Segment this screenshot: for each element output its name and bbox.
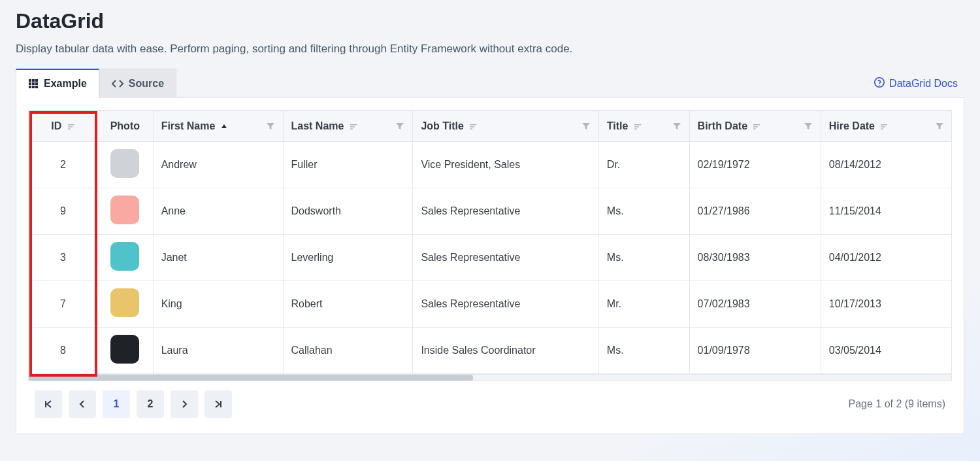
svg-rect-27 [881,126,885,128]
cell-lastname: Robert [283,281,413,328]
cell-jobtitle: Vice President, Sales [413,142,598,188]
avatar [110,288,139,317]
cell-jobtitle: Inside Sales Coordinator [413,328,598,374]
svg-rect-21 [634,126,639,128]
cell-title: Ms. [598,328,689,374]
tab-example[interactable]: Example [16,69,99,98]
tabs: Example Source [16,69,176,98]
docs-link[interactable]: DataGrid Docs [874,77,958,91]
pager-summary: Page 1 of 2 (9 items) [848,398,945,410]
cell-hiredate: 11/15/2014 [821,188,952,235]
cell-jobtitle: Sales Representative [413,281,598,328]
avatar [110,335,139,364]
table-row[interactable]: 8LauraCallahanInside Sales CoordinatorMs… [29,328,953,374]
svg-rect-25 [753,128,756,129]
svg-rect-5 [35,82,38,85]
cell-lastname: Fuller [283,142,413,188]
sort-icon [880,123,888,131]
cell-id: 2 [29,142,97,188]
pager-page-2[interactable]: 2 [137,390,164,418]
col-header-birthdate[interactable]: Birth Date [689,111,821,142]
col-header-firstname[interactable]: First Name [153,111,283,142]
cell-firstname: Laura [153,328,283,374]
pager-first[interactable] [35,390,62,418]
cell-birthdate: 07/02/1983 [689,281,821,328]
sort-icon [753,123,760,131]
svg-rect-17 [470,124,476,126]
sort-icon [634,123,642,131]
svg-rect-1 [32,79,35,82]
svg-rect-2 [35,79,38,82]
cell-photo [97,328,154,374]
cell-id: 9 [29,188,97,235]
col-header-title[interactable]: Title [598,111,689,142]
col-header-photo[interactable]: Photo [97,111,154,142]
pager-last[interactable] [204,390,232,418]
sort-icon [469,123,477,131]
cell-hiredate: 04/01/2012 [821,235,952,281]
cell-title: Dr. [598,142,689,188]
pager-prev[interactable] [69,390,96,418]
svg-rect-0 [29,79,31,82]
svg-rect-28 [881,128,883,129]
svg-rect-13 [68,128,71,129]
cell-title: Mr. [598,281,689,328]
table-row[interactable]: 7KingRobertSales RepresentativeMr.07/02/… [29,281,953,328]
docs-link-label: DataGrid Docs [889,78,958,90]
filter-icon[interactable] [935,122,944,131]
filter-icon[interactable] [266,122,275,131]
svg-rect-6 [29,86,31,88]
table-row[interactable]: 2AndrewFullerVice President, SalesDr.02/… [29,142,953,188]
cell-hiredate: 08/14/2012 [821,142,952,188]
tab-source[interactable]: Source [99,69,176,98]
cell-photo [97,235,154,281]
cell-hiredate: 03/05/2014 [821,328,952,374]
sort-icon [350,123,357,131]
cell-jobtitle: Sales Representative [413,188,598,235]
avatar [110,149,139,178]
horizontal-scrollbar[interactable] [29,374,951,381]
table-row[interactable]: 3JanetLeverlingSales RepresentativeMs.08… [29,235,953,281]
sort-icon [67,123,75,131]
filter-icon[interactable] [581,122,591,131]
cell-hiredate: 10/17/2013 [821,281,952,328]
datagrid: ID Photo First Name Last Name [28,110,952,381]
col-header-id[interactable]: ID [29,111,97,142]
filter-icon[interactable] [672,122,681,131]
filter-icon[interactable] [804,122,813,131]
cell-birthdate: 01/27/1986 [689,188,821,235]
svg-rect-11 [68,124,74,126]
cell-photo [97,188,154,235]
svg-point-10 [879,84,879,85]
sort-asc-icon [221,124,227,130]
scroll-thumb[interactable] [29,375,473,381]
cell-title: Ms. [598,235,689,281]
pager-page-1[interactable]: 1 [103,390,130,418]
col-header-lastname[interactable]: Last Name [283,111,413,142]
svg-rect-15 [350,126,355,128]
filter-icon[interactable] [395,122,404,131]
svg-rect-14 [350,124,357,126]
svg-rect-8 [35,86,38,88]
table-row[interactable]: 9AnneDodsworthSales RepresentativeMs.01/… [29,188,953,235]
cell-firstname: King [153,281,283,328]
cell-firstname: Janet [153,235,283,281]
tab-label: Example [44,78,87,90]
svg-rect-3 [29,82,31,85]
svg-rect-4 [32,82,35,85]
svg-rect-7 [32,86,35,88]
page-title: DataGrid [16,9,964,33]
help-icon [874,77,885,91]
col-header-hiredate[interactable]: Hire Date [821,111,952,142]
avatar [110,196,139,224]
avatar [110,242,139,271]
pager-next[interactable] [171,390,198,418]
cell-id: 8 [29,328,97,374]
col-header-jobtitle[interactable]: Job Title [413,111,598,142]
cell-photo [97,142,154,188]
cell-birthdate: 02/19/1972 [689,142,821,188]
cell-lastname: Callahan [283,328,413,374]
svg-rect-16 [350,128,353,129]
panel: ID Photo First Name Last Name [16,97,964,434]
grid-icon [28,78,39,89]
